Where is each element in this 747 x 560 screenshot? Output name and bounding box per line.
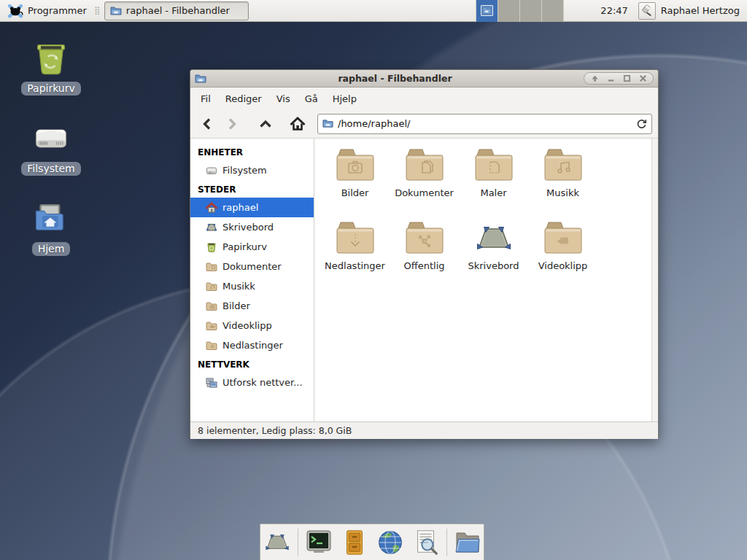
- workspace-4[interactable]: [542, 0, 564, 22]
- user-actions-button[interactable]: [638, 2, 656, 20]
- file-item-videoklipp[interactable]: Videoklipp: [528, 220, 597, 293]
- file-item-skrivebord[interactable]: Skrivebord: [459, 220, 528, 293]
- document-search-button[interactable]: [411, 527, 441, 558]
- desktop-icon-home[interactable]: Hjem: [16, 200, 86, 256]
- menu-view[interactable]: Vis: [269, 90, 298, 108]
- sidebar-item-music[interactable]: Musikk: [190, 276, 314, 296]
- home-button[interactable]: [287, 113, 309, 135]
- sidebar-item-label: Musikk: [222, 281, 255, 292]
- desktop-icon: [473, 220, 514, 257]
- file-label: Musikk: [546, 187, 579, 198]
- document-search-icon: [412, 528, 440, 557]
- folder-icon: [206, 320, 217, 332]
- sidebar-item-filesystem[interactable]: Filsystem: [190, 160, 314, 180]
- menu-go[interactable]: Gå: [298, 90, 325, 108]
- folder-icon: [543, 220, 584, 257]
- terminal-icon: [304, 528, 333, 557]
- sidebar-item-label: Dokumenter: [222, 261, 282, 272]
- reload-icon[interactable]: [636, 118, 647, 129]
- web-browser-button[interactable]: [375, 527, 406, 558]
- folder-icon: [404, 147, 445, 184]
- sidebar-item-network[interactable]: Utforsk nettver...: [190, 373, 314, 392]
- sidebar-item-pictures[interactable]: Bilder: [190, 296, 314, 316]
- sidebar-item-label: Nedlastinger: [222, 340, 283, 351]
- file-cabinet-button[interactable]: [339, 527, 370, 558]
- location-bar[interactable]: /home/raphael/: [317, 114, 652, 134]
- desktop-icon-trash[interactable]: Papirkurv: [16, 39, 86, 96]
- trash-icon: [32, 39, 70, 77]
- up-button[interactable]: [255, 113, 276, 135]
- applications-menu-label: Programmer: [28, 5, 87, 16]
- location-folder-icon: [322, 118, 333, 129]
- taskbar-button[interactable]: raphael - Filbehandler: [104, 1, 249, 20]
- menu-edit[interactable]: Rediger: [218, 90, 269, 108]
- sidebar-item-documents[interactable]: Dokumenter: [190, 257, 314, 276]
- file-label: Dokumenter: [395, 187, 454, 198]
- show-desktop-icon: [263, 530, 292, 555]
- dock-separator: [446, 529, 447, 556]
- terminal-button[interactable]: [303, 527, 334, 558]
- window-title: raphael - Filbehandler: [206, 73, 584, 84]
- web-browser-icon: [376, 528, 405, 557]
- workspace-3[interactable]: [520, 0, 542, 22]
- sidebar-item-downloads[interactable]: Nedlastinger: [190, 335, 314, 355]
- folder-icon: [206, 261, 217, 273]
- dock: [260, 524, 484, 560]
- network-icon: [206, 377, 217, 389]
- back-button[interactable]: [196, 113, 218, 135]
- menu-file[interactable]: Fil: [193, 90, 218, 108]
- desktop-icon-label: Filsystem: [21, 162, 80, 176]
- applications-menu[interactable]: Programmer: [4, 1, 90, 20]
- folder-icon: [206, 340, 217, 351]
- location-input[interactable]: /home/raphael/: [338, 118, 632, 129]
- sidebar-item-trash[interactable]: Papirkurv: [190, 237, 314, 257]
- forward-button[interactable]: [221, 113, 243, 135]
- sidebar-item-home[interactable]: raphael: [190, 198, 314, 217]
- file-label: Maler: [480, 187, 506, 198]
- toolbar: /home/raphael/: [190, 109, 658, 139]
- workspace-window-icon: [481, 5, 493, 16]
- home-folder-icon: [32, 200, 70, 238]
- folder-icon: [453, 529, 482, 556]
- file-item-musikk[interactable]: Musikk: [528, 147, 597, 220]
- sidebar-item-label: raphael: [222, 202, 258, 213]
- shade-button[interactable]: [590, 74, 599, 83]
- close-button[interactable]: [638, 74, 647, 83]
- desktop-icon-filesystem[interactable]: Filsystem: [16, 120, 86, 176]
- show-desktop-button[interactable]: [262, 527, 293, 558]
- drive-icon: [206, 165, 217, 176]
- file-item-bilder[interactable]: Bilder: [320, 147, 390, 220]
- workspace-2[interactable]: [498, 0, 520, 22]
- top-panel: Programmer ⣿ raphael - Filbehandler 22:4…: [0, 0, 747, 22]
- sidebar-item-label: Papirkurv: [222, 241, 267, 252]
- sidebar-item-videos[interactable]: Videoklipp: [190, 316, 314, 335]
- minimize-button[interactable]: [606, 74, 615, 83]
- window-titlebar[interactable]: raphael - Filbehandler: [190, 70, 658, 88]
- maximize-button[interactable]: [622, 74, 631, 83]
- file-item-offentlig[interactable]: Offentlig: [390, 220, 459, 293]
- file-label: Videoklipp: [538, 260, 588, 271]
- vertical-scrollbar[interactable]: [651, 139, 658, 421]
- trash-icon: [206, 241, 217, 253]
- file-manager-button[interactable]: [452, 527, 483, 558]
- folder-icon: [110, 5, 122, 17]
- folder-icon: [543, 147, 584, 184]
- file-label: Bilder: [341, 187, 369, 198]
- folder-icon: [404, 220, 445, 257]
- sidebar-item-label: Utforsk nettver...: [222, 377, 303, 388]
- folder-icon: [473, 147, 514, 184]
- file-item-maler[interactable]: Maler: [459, 147, 528, 220]
- file-item-dokumenter[interactable]: Dokumenter: [390, 147, 459, 220]
- sidebar-header-network: NETTVERK: [190, 355, 314, 373]
- status-text: 8 ielementer, Ledig plass: 8,0 GiB: [198, 425, 352, 436]
- menu-help[interactable]: Hjelp: [325, 90, 364, 108]
- window-icon: [195, 73, 206, 85]
- file-item-nedlastinger[interactable]: Nedlastinger: [320, 220, 390, 293]
- menubar: Fil Rediger Vis Gå Hjelp: [190, 88, 658, 109]
- folder-icon: [335, 147, 376, 184]
- clock[interactable]: 22:47: [600, 5, 627, 16]
- desktop-wallpaper: Papirkurv Filsystem Hjem: [0, 0, 747, 560]
- workspace-1[interactable]: [476, 0, 498, 22]
- sidebar-item-desktop[interactable]: Skrivebord: [190, 217, 314, 237]
- desktop-icon: [206, 222, 217, 233]
